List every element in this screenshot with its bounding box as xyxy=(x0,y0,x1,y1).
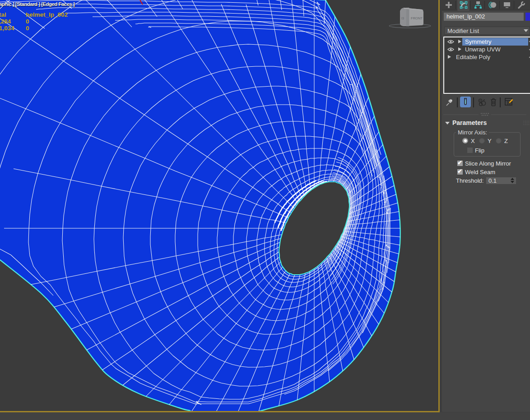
svg-text:FRONT: FRONT xyxy=(411,16,423,20)
svg-text:helmet_lp_002: helmet_lp_002 xyxy=(26,11,68,18)
svg-text:tal: tal xyxy=(0,11,6,18)
svg-text:,284: ,284 xyxy=(0,18,11,25)
svg-text:aphic ] [Standard ] [Edged Fac: aphic ] [Standard ] [Edged Faces ] xyxy=(0,1,75,7)
svg-text:1,034: 1,034 xyxy=(0,25,14,32)
svg-text:0: 0 xyxy=(26,25,29,32)
svg-text:0: 0 xyxy=(26,18,29,25)
svg-text:I3: I3 xyxy=(401,17,404,20)
